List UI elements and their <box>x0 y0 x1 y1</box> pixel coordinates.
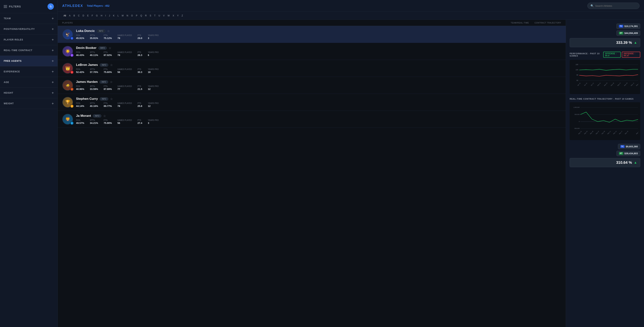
fg-value: 52.42% <box>76 71 84 74</box>
sidebar-item-height[interactable]: HEIGHT + <box>0 88 58 98</box>
fg-stat: FG% 40.96% <box>76 85 84 91</box>
svg-text:May. 11: May. 11 <box>630 82 634 86</box>
svg-text:May. 21: May. 21 <box>636 131 638 135</box>
alpha-btn-k[interactable]: K <box>112 14 116 18</box>
info-badge[interactable]: INFO <box>93 114 101 118</box>
table-row[interactable]: 🧔 4 James Harden INFO ☆ FG% 40.96% 3PT% <box>58 77 566 94</box>
tc-badge: TC $10,174,391 <box>616 24 640 29</box>
pts-value: 25.8 <box>138 105 142 107</box>
sidebar-header: FILTERS ↻ <box>0 0 58 13</box>
alpha-btn-b[interactable]: B <box>72 14 76 18</box>
alpha-btn-s[interactable]: S <box>148 14 152 18</box>
player-name: LeBron James <box>76 63 98 67</box>
three-pt-stat: 3PT% 40.16% <box>90 102 98 107</box>
info-badge[interactable]: INFO <box>100 63 108 67</box>
three-pt-label: 3PT% <box>90 102 98 104</box>
alpha-btn-u[interactable]: U <box>157 14 162 18</box>
sidebar-item-player_roles[interactable]: PLAYER ROLES + <box>0 35 58 45</box>
ft-stat: FT% 75.90% <box>104 119 112 124</box>
performance-chart: 105 100 95 90 Apr. 22 <box>570 60 640 94</box>
player-stats: FG% 40.96% 3PT% 33.59% FT% 87.89% Games … <box>76 85 561 91</box>
fg-stat: FG% 44.14% <box>76 102 84 107</box>
offense-badge: Offense - 99.8 <box>603 52 621 58</box>
defense-badge: Defense - 94.67 <box>622 52 640 58</box>
fg-stat: FG% 49.57% <box>76 119 84 124</box>
alpha-btn-t[interactable]: T <box>153 14 157 18</box>
games-stat: Games Played 56 <box>118 119 132 124</box>
search-input[interactable] <box>595 5 636 7</box>
alpha-btn-l[interactable]: L <box>116 14 120 18</box>
alpha-btn-h[interactable]: H <box>99 14 104 18</box>
refresh-button[interactable]: ↻ <box>48 3 54 10</box>
search-box[interactable]: 🔍 <box>587 3 640 9</box>
fg-value: 46.43% <box>76 54 84 57</box>
alpha-btn-o[interactable]: O <box>130 14 134 18</box>
alpha-btn-all[interactable]: All <box>62 14 67 18</box>
alpha-btn-d[interactable]: D <box>81 14 86 18</box>
sidebar-item-experience[interactable]: EXPERIENCE + <box>0 66 58 77</box>
star-button[interactable]: ☆ <box>110 63 113 67</box>
sidebar-item-team[interactable]: TEAM + <box>0 13 58 24</box>
alpha-btn-z[interactable]: Z <box>180 14 184 18</box>
star-button[interactable]: ☆ <box>109 46 111 50</box>
alpha-btn-p[interactable]: P <box>134 14 139 18</box>
sidebar-item-real_time_contract[interactable]: REAL-TIME CONTRACT + <box>0 45 58 56</box>
player-name: Luka Doncic <box>76 29 95 33</box>
player-info: Ja Morant INFO ☆ FG% 49.57% 3PT% 34.21% … <box>76 114 561 124</box>
years-pro-stat: Years Pro 3 <box>148 119 158 124</box>
sidebar-item-free_agents[interactable]: FREE AGENTS + <box>0 56 58 66</box>
svg-text:May. 07: May. 07 <box>595 131 600 135</box>
svg-text:95: 95 <box>576 74 578 76</box>
alpha-btn-g[interactable]: G <box>95 14 99 18</box>
alpha-btn-r[interactable]: R <box>144 14 148 18</box>
alpha-btn-v[interactable]: V <box>162 14 166 18</box>
alpha-btn-q[interactable]: Q <box>139 14 143 18</box>
sidebar-item-positions[interactable]: POSITIONS/VERSATILITY + <box>0 24 58 35</box>
rt2-value: $39,434,803 <box>624 152 638 155</box>
star-button[interactable]: ☆ <box>110 80 112 84</box>
content-area: PLAYERS TEAM/REAL-TIME CONTRACT TRAJECTO… <box>58 20 644 327</box>
alpha-btn-j[interactable]: J <box>108 14 111 18</box>
ft-stat: FT% 87.02% <box>104 51 112 57</box>
svg-text:0: 0 <box>579 121 580 122</box>
alpha-btn-n[interactable]: N <box>125 14 130 18</box>
years-pro-label: Years Pro <box>148 68 158 70</box>
table-row[interactable]: ☀️ 2 Devin Booker INFO ☆ FG% 46.43% 3PT% <box>58 43 566 60</box>
alpha-btn-i[interactable]: I <box>104 14 107 18</box>
games-stat: Games Played 77 <box>118 85 132 91</box>
player-avatar: 🦅 1 <box>62 29 73 40</box>
hamburger-icon[interactable] <box>4 5 7 8</box>
perf-badges: Offense - 99.8 Defense - 94.67 <box>603 52 640 58</box>
table-row[interactable]: 👑 3 LeBron James INFO ☆ FG% 52.42% 3PT% <box>58 60 566 77</box>
star-button[interactable]: ☆ <box>103 114 106 118</box>
info-badge[interactable]: INFO <box>97 30 105 33</box>
table-row[interactable]: 🦅 1 Luka Doncic INFO ☆ FG% 45.91% 3PT% <box>58 26 566 43</box>
ft-label: FT% <box>104 119 112 121</box>
sidebar-item-age[interactable]: AGE + <box>0 77 58 88</box>
three-pt-value: 34.21% <box>90 122 98 124</box>
table-row[interactable]: 🏆 5 Stephen Curry INFO ☆ FG% 44.14% 3PT% <box>58 94 566 111</box>
info-badge[interactable]: INFO <box>100 80 108 84</box>
svg-text:May. 09: May. 09 <box>624 82 628 86</box>
years-pro-stat: Years Pro 3 <box>148 34 158 40</box>
up-arrow2-icon: ▲ <box>634 161 637 165</box>
plus-icon-weight: + <box>52 102 54 105</box>
star-button[interactable]: ☆ <box>110 97 113 101</box>
alpha-btn-a[interactable]: A <box>68 14 72 18</box>
alpha-btn-f[interactable]: F <box>90 14 94 18</box>
alpha-btn-w[interactable]: W <box>166 14 171 18</box>
alpha-btn-x[interactable]: X <box>172 14 176 18</box>
years-pro-label: Years Pro <box>148 51 158 53</box>
alpha-btn-y[interactable]: Y <box>176 14 180 18</box>
info-badge[interactable]: INFO <box>98 47 107 50</box>
table-row[interactable]: 🦁 6 Ja Morant INFO ☆ FG% 49.57% 3PT% <box>58 111 566 128</box>
games-label: Games Played <box>118 85 132 87</box>
alpha-btn-c[interactable]: C <box>76 14 81 18</box>
performance-title: PERFORMANCE - PAST 10 GAMES Offense - 99… <box>570 52 640 58</box>
alpha-btn-m[interactable]: M <box>120 14 125 18</box>
sidebar-item-weight[interactable]: WEIGHT + <box>0 98 58 109</box>
alpha-btn-e[interactable]: E <box>86 14 90 18</box>
info-badge[interactable]: INFO <box>100 97 108 101</box>
star-button[interactable]: ☆ <box>107 29 110 33</box>
player-stats: FG% 49.57% 3PT% 34.21% FT% 75.90% Games … <box>76 119 561 124</box>
